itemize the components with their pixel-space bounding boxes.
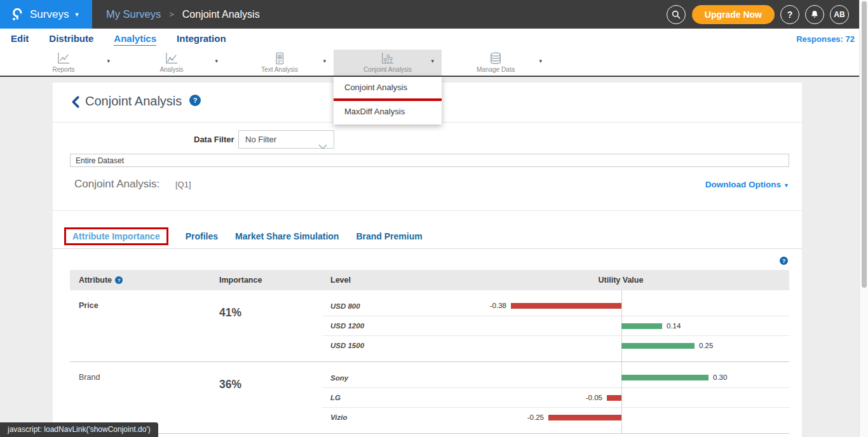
chevron-down-icon[interactable]: ▾ [215,58,218,64]
chevron-down-icon [318,138,327,155]
table-body: Price41%USD 800-0.38USD 12000.14USD 1500… [70,290,789,434]
chevron-down-icon[interactable]: ▾ [323,58,326,64]
toolbar-item-text-analysis[interactable]: Text Analysis▾ [226,50,334,76]
app-root: Surveys ▼ My Surveys > Conjoint Analysis… [0,0,868,437]
attribute-header-label: Attribute [79,276,112,285]
level-row: USD 800-0.38 [323,296,789,316]
utility-bar-cell: 0.30 [452,368,789,387]
column-header-importance: Importance [219,276,323,285]
avatar[interactable]: AB [830,5,849,24]
analytics-toolbar: Reports▾Analysis▾Text Analysis▾Conjoint … [0,50,868,77]
chevron-down-icon[interactable]: ▾ [107,58,110,64]
text-analysis-icon [273,52,287,65]
attribute-name: Brand [70,368,219,427]
data-filter-select[interactable]: No Filter [238,130,334,149]
menu-item-maxdiff-analysis[interactable]: MaxDiff Analysis [334,101,442,123]
content-card: Conjoint Analysis ? Data Filter No Filte… [53,83,802,437]
column-header-level: Level [323,276,452,285]
survey-nav: EditDistributeAnalyticsIntegration Respo… [0,29,868,50]
utility-bar [621,323,662,329]
result-tabs: Attribute ImportanceProfilesMarket Share… [64,227,423,245]
back-chevron-icon[interactable] [71,96,79,111]
tab-market-share-simulation[interactable]: Market Share Simulation [235,231,339,241]
toolbar-item-analysis[interactable]: Analysis▾ [118,50,226,76]
utility-bar [548,415,621,420]
toolbar-item-label: Text Analysis [261,66,298,73]
upgrade-now-button[interactable]: Upgrade Now [692,5,775,24]
top-header: Surveys ▼ My Surveys > Conjoint Analysis… [0,0,868,29]
utility-bar-cell: -0.38 [452,296,789,316]
utility-bar [511,303,621,309]
importance-value: 36% [219,368,323,427]
toolbar-item-label: Manage Data [477,66,515,73]
level-name: USD 1500 [323,342,452,349]
toolbar-item-label: Conjoint Analysis [363,66,412,73]
reports-chart-icon [57,52,71,65]
menu-item-conjoint-analysis[interactable]: Conjoint Analysis [334,77,442,98]
data-filter-value: No Filter [245,135,276,144]
breadcrumb-separator-icon: > [169,10,174,19]
breadcrumb-my-surveys[interactable]: My Surveys [106,8,161,20]
nav-item-integration[interactable]: Integration [177,33,226,45]
table-help-icon[interactable]: ? [780,257,788,265]
toolbar-item-conjoint-analysis[interactable]: Conjoint Analysis▾ [334,50,442,76]
status-bar-link-preview: javascript: loadNavLink('showConjoint.do… [0,422,158,437]
level-row: Sony0.30 [323,368,789,387]
product-switcher[interactable]: Surveys ▼ [0,0,92,29]
conjoint-chart-icon [381,52,395,65]
chevron-down-icon[interactable]: ▾ [431,58,434,64]
utility-bar-cell: -0.05 [452,388,789,408]
nav-item-distribute[interactable]: Distribute [49,33,93,45]
toolbar-item-label: Reports [52,66,74,73]
data-filter-label: Data Filter [194,130,234,149]
tab-profiles[interactable]: Profiles [186,231,218,241]
download-options-label: Download Options [705,180,781,189]
vertical-scrollbar-thumb[interactable] [862,1,867,288]
page-help-icon[interactable]: ? [189,95,201,106]
section-title: Conjoint Analysis: [74,178,159,191]
nav-item-analytics[interactable]: Analytics [114,33,156,46]
levels-list: Sony0.30LG-0.05Vizio-0.25 [323,368,789,427]
help-button[interactable]: ? [780,5,799,24]
chevron-down-icon[interactable]: ▾ [539,58,542,64]
column-header-utility-value: Utility Value [452,276,789,285]
utility-value-label: -0.05 [586,388,602,408]
level-name: USD 1200 [323,322,452,330]
notifications-button[interactable] [805,5,824,24]
level-name: Vizio [323,413,452,421]
utility-value-label: 0.14 [667,316,681,336]
level-name: USD 800 [323,302,452,310]
bell-icon [810,10,820,20]
nav-item-edit[interactable]: Edit [11,33,29,45]
download-options-link[interactable]: Download Options▼ [705,180,789,189]
attribute-name: Price [70,296,219,355]
attribute-importance-table: Attribute ? Importance Level Utility Val… [70,270,789,434]
utility-bar [621,375,709,380]
attribute-group-brand: Brand36%Sony0.30LG-0.05Vizio-0.25 [70,361,789,434]
level-row: LG-0.05 [323,387,789,407]
column-header-attribute: Attribute ? [70,276,219,285]
tab-brand-premium[interactable]: Brand Premium [356,231,422,241]
level-name: LG [323,394,452,401]
attribute-help-icon[interactable]: ? [115,276,123,284]
vertical-scrollbar-track[interactable] [859,0,868,437]
attribute-group-price: Price41%USD 800-0.38USD 12000.14USD 1500… [70,290,789,361]
table-header-row: Attribute ? Importance Level Utility Val… [70,270,789,290]
breadcrumb-current: Conjoint Analysis [182,9,260,20]
level-row: USD 12000.14 [323,316,789,335]
page-title: Conjoint Analysis [85,94,182,109]
toolbar-item-manage-data[interactable]: Manage Data▾ [442,50,550,76]
dataset-input[interactable] [70,154,789,167]
level-name: Sony [323,374,452,382]
utility-value-label: 0.30 [713,368,727,387]
database-icon [489,52,503,65]
tab-attribute-importance[interactable]: Attribute Importance [64,227,168,245]
responses-count: Responses: 72 [796,34,855,44]
search-icon [671,10,681,20]
chevron-down-icon: ▼ [783,182,789,189]
search-button[interactable] [667,5,686,24]
utility-bar [621,343,695,349]
toolbar-item-reports[interactable]: Reports▾ [10,50,118,76]
importance-value: 41% [219,296,323,355]
utility-bar-cell: 0.25 [452,336,789,356]
